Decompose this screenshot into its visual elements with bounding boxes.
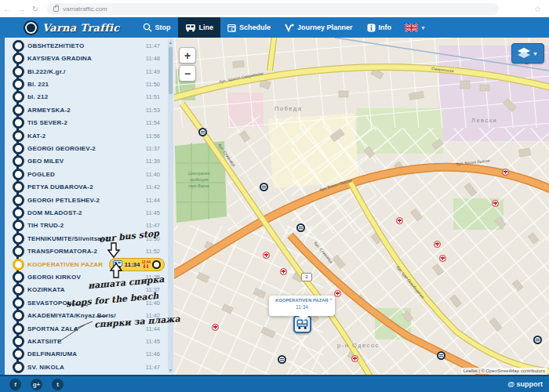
stop-dot: [13, 40, 24, 52]
transit-stop-icon: [260, 183, 268, 191]
stop-eta: 11:49: [146, 68, 160, 75]
zoom-in-button[interactable]: +: [179, 47, 196, 64]
hospital-icon: [212, 324, 219, 331]
stop-eta: 11:50: [146, 235, 160, 242]
stop-row[interactable]: DELFINARIUMA 11:46: [5, 348, 168, 361]
facebook-icon[interactable]: f: [9, 379, 21, 390]
stop-row[interactable]: SV. NIKOLA 11:47: [5, 361, 168, 373]
nav-item-journey-planner[interactable]: Journey Planner: [278, 17, 360, 38]
stop-eta: 11:35: [146, 274, 160, 281]
stop-row[interactable]: KOZIRKATA 11:37: [5, 284, 168, 296]
hospital-icon: [334, 290, 341, 297]
stop-row[interactable]: SEVASTOPOL 11:40: [5, 296, 168, 309]
stop-row[interactable]: SPORTNA ZALA 11:44: [5, 322, 168, 335]
stop-dot: [13, 348, 24, 360]
popup-close-icon[interactable]: ×: [329, 296, 333, 302]
google-plus-icon[interactable]: g+: [31, 379, 42, 390]
nav-label: Stop: [155, 24, 171, 31]
varna-traffic-app: { "browser": { "url": "varnatraffic.com"…: [0, 0, 549, 392]
stop-dot: [13, 336, 24, 347]
scroll-up-icon[interactable]: ▲: [168, 40, 173, 45]
map-canvas[interactable]: бул. Христо СмирненскиСмирненскибул. Сли…: [174, 38, 549, 375]
stop-name: GEO MILEV: [27, 158, 64, 165]
transit-stop-icon: [296, 223, 305, 232]
stop-row[interactable]: PETYA DUBAROVA-2 11:42: [5, 180, 168, 193]
language-selector[interactable]: ▼: [398, 17, 432, 38]
scrollbar-thumb[interactable]: [169, 47, 173, 94]
nav-item-info[interactable]: Info: [360, 17, 399, 38]
brand-logo[interactable]: Varna Traffic: [24, 17, 120, 38]
stop-row[interactable]: Bl.222/K.gr./ 11:49: [5, 65, 168, 78]
stop-row[interactable]: ARMEYSKA-2 11:53: [5, 103, 168, 116]
stop-row[interactable]: bl. 212 11:51: [5, 91, 168, 103]
stop-name: OBSHTEZHITIETO: [27, 42, 84, 49]
reload-icon[interactable]: ↻: [28, 5, 42, 13]
stop-row[interactable]: TIS SEVER-2 11:54: [5, 116, 168, 129]
hospital-icon: [263, 252, 270, 259]
stop-row[interactable]: TEHNIKUMITE/Slivnitsa/-2 11:50: [5, 232, 168, 245]
transit-stop-icon: [278, 355, 286, 364]
bus-arrival-time: 11:34: [124, 261, 140, 268]
support-link[interactable]: @ support: [507, 380, 543, 388]
stop-row[interactable]: GEORGI KIRKOV 11:35: [5, 270, 168, 283]
stop-row[interactable]: OBSHTEZHITIETO 11:47: [5, 39, 168, 52]
sidebar-scrollbar[interactable]: ▲ ▼: [168, 39, 173, 373]
back-icon[interactable]: ←: [0, 5, 14, 13]
stop-eta: 11:45: [146, 338, 160, 345]
scroll-down-icon[interactable]: ▼: [168, 368, 173, 372]
stop-row[interactable]: KAT-2 11:56: [5, 129, 168, 142]
stop-row[interactable]: Bl. 221 11:50: [5, 78, 168, 90]
stop-search-icon: [143, 23, 152, 32]
stop-row[interactable]: GEORGI PETLESHEV-2 11:44: [5, 194, 168, 206]
hospital-icon: [351, 355, 358, 362]
stop-row[interactable]: GEO MILEV 11:39: [5, 155, 168, 168]
twitter-icon[interactable]: t: [52, 379, 64, 390]
stop-name: TIH TRUD-2: [27, 222, 64, 229]
stop-eta: 11:46: [146, 350, 160, 358]
stop-dot: [13, 233, 24, 245]
stop-dot: [13, 323, 24, 335]
stop-eta: 11:51: [146, 93, 160, 100]
hospital-icon: [439, 255, 446, 262]
stop-name: Bl. 221: [27, 81, 49, 88]
stop-eta: 11:45: [146, 209, 160, 216]
nav-label: Schedule: [239, 24, 271, 31]
stop-row[interactable]: KAYSIEVA GRADINA 11:48: [5, 52, 168, 64]
stop-row[interactable]: DOM MLADOST-2 11:45: [5, 206, 168, 219]
brand-bullseye-icon: [24, 20, 38, 35]
stop-name: ARMEYSKA-2: [27, 107, 71, 114]
stop-eta: 11:40: [146, 299, 160, 307]
zoom-out-button[interactable]: −: [179, 65, 196, 82]
stop-eta: 11:56: [146, 132, 160, 140]
stop-eta: 11:48: [146, 55, 160, 62]
nav-item-stop[interactable]: Stop: [136, 17, 178, 38]
stop-dot: [13, 284, 24, 296]
stop-row[interactable]: KOOPERATIVEN PAZAR 11:34 12:44: [5, 258, 168, 270]
stop-row[interactable]: POGLED 11:40: [5, 168, 168, 180]
nav-item-schedule[interactable]: Schedule: [220, 17, 278, 38]
stop-row[interactable]: AKADEMIYATA/Knyaz Boris/ 11:42: [5, 310, 168, 322]
stop-row[interactable]: GEORGI GEORGIEV-2 11:37: [5, 142, 168, 154]
stop-dot: [13, 245, 24, 257]
popup-arrival-time: 11:34: [269, 304, 335, 310]
stop-eta: 11:47: [146, 42, 160, 49]
forward-icon[interactable]: →: [14, 5, 28, 13]
stop-eta: 11:44: [146, 325, 160, 332]
schedule-icon: [227, 24, 236, 32]
nav-item-line[interactable]: Line: [178, 17, 221, 38]
hospital-icon: [280, 268, 287, 275]
map-attribution[interactable]: Leaflet | © OpenStreetMap contributors: [461, 368, 547, 374]
stop-dot: [13, 169, 24, 180]
map-zoom-controls: + −: [179, 47, 196, 83]
transit-stop-icon: [437, 351, 445, 360]
bookmark-star-icon[interactable]: ☆: [534, 5, 541, 13]
stop-name: SPORTNA ZALA: [27, 325, 78, 332]
stop-dot: [13, 91, 24, 103]
layers-control[interactable]: ▼: [511, 43, 544, 64]
stop-row[interactable]: AKATSIITE 11:45: [5, 335, 168, 347]
address-bar[interactable]: varnatraffic.com: [47, 3, 499, 15]
stop-row[interactable]: TIH TRUD-2 11:47: [5, 220, 168, 232]
stop-name: TRANSFORMATORA-2: [27, 248, 97, 255]
stop-row[interactable]: TRANSFORMATORA-2 11:52: [5, 245, 168, 258]
transit-stop-icon: [533, 336, 542, 344]
